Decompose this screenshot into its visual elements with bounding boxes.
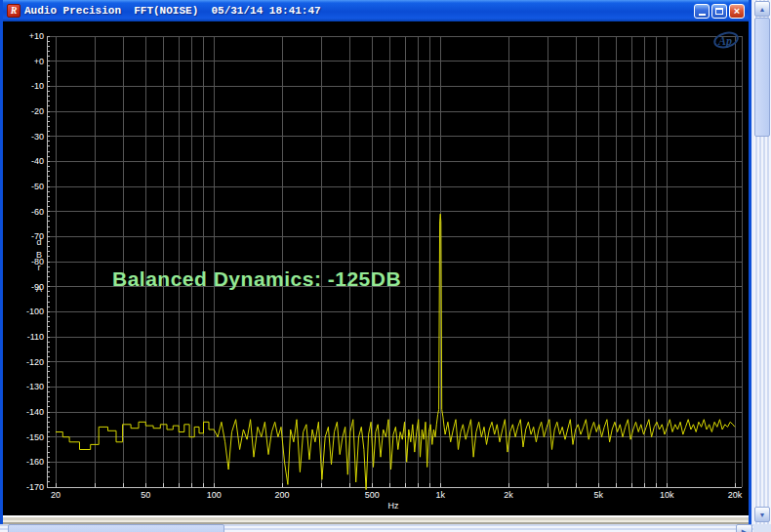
svg-text:-30: -30 bbox=[31, 132, 44, 142]
scroll-right-button[interactable]: ▶ bbox=[736, 524, 752, 532]
minimize-icon bbox=[699, 14, 706, 16]
scroll-up-button[interactable]: ▲ bbox=[754, 1, 770, 17]
svg-text:1k: 1k bbox=[435, 490, 445, 500]
screen: R Audio Precision FFT(NOISE) 05/31/14 18… bbox=[0, 0, 771, 532]
svg-text:-60: -60 bbox=[31, 207, 44, 217]
svg-text:+10: +10 bbox=[29, 31, 44, 41]
vertical-scrollbar[interactable]: ▲ ▼ bbox=[753, 0, 771, 524]
ap-logo-text: Ap bbox=[718, 33, 732, 49]
titlebar[interactable]: R Audio Precision FFT(NOISE) 05/31/14 18… bbox=[3, 0, 749, 21]
svg-text:-110: -110 bbox=[27, 332, 44, 342]
window-title: Audio Precision FFT(NOISE) 05/31/14 18:4… bbox=[24, 0, 694, 21]
svg-text:-160: -160 bbox=[26, 457, 44, 467]
y-axis-unit-label: d B r A bbox=[30, 236, 48, 296]
svg-text:20k: 20k bbox=[728, 490, 743, 500]
svg-text:500: 500 bbox=[365, 490, 380, 500]
scrollbar-corner bbox=[753, 524, 771, 532]
svg-text:20: 20 bbox=[51, 490, 61, 500]
svg-text:-170: -170 bbox=[26, 482, 44, 492]
svg-text:-100: -100 bbox=[26, 307, 44, 316]
svg-text:-120: -120 bbox=[26, 357, 44, 367]
maximize-button[interactable] bbox=[711, 4, 727, 19]
svg-text:-10: -10 bbox=[31, 81, 44, 91]
window-bottom-edge bbox=[3, 515, 749, 524]
chart-client-area: +10+0-10-20-30-40-50-60-70-80-90-100-110… bbox=[3, 21, 749, 515]
scroll-down-button[interactable]: ▼ bbox=[754, 507, 770, 522]
svg-text:-50: -50 bbox=[31, 182, 44, 191]
svg-text:10k: 10k bbox=[660, 490, 674, 500]
svg-text:2k: 2k bbox=[504, 490, 513, 500]
svg-text:-150: -150 bbox=[26, 432, 44, 442]
svg-text:Hz: Hz bbox=[388, 501, 399, 511]
svg-text:+0: +0 bbox=[34, 57, 44, 66]
app-window: R Audio Precision FFT(NOISE) 05/31/14 18… bbox=[0, 0, 751, 524]
svg-text:-40: -40 bbox=[31, 156, 44, 166]
svg-text:100: 100 bbox=[207, 490, 222, 500]
horizontal-scrollbar[interactable]: ▶ bbox=[0, 524, 753, 532]
svg-text:-140: -140 bbox=[26, 407, 44, 417]
dynamics-annotation: Balanced Dynamics: -125DB bbox=[112, 267, 401, 291]
svg-text:5k: 5k bbox=[594, 490, 604, 500]
svg-text:-20: -20 bbox=[31, 106, 44, 116]
minimize-button[interactable] bbox=[694, 4, 710, 19]
horizontal-scroll-thumb[interactable] bbox=[8, 524, 224, 532]
audio-precision-app-icon[interactable]: R bbox=[7, 4, 20, 18]
vertical-scroll-thumb[interactable] bbox=[754, 18, 770, 137]
close-icon: × bbox=[734, 6, 740, 17]
svg-text:50: 50 bbox=[141, 490, 150, 500]
maximize-icon bbox=[715, 8, 723, 15]
svg-text:-130: -130 bbox=[26, 382, 44, 391]
caption-buttons: × bbox=[694, 4, 745, 19]
close-button[interactable]: × bbox=[729, 4, 745, 19]
ap-logo: Ap bbox=[712, 31, 742, 51]
svg-text:200: 200 bbox=[274, 490, 289, 500]
